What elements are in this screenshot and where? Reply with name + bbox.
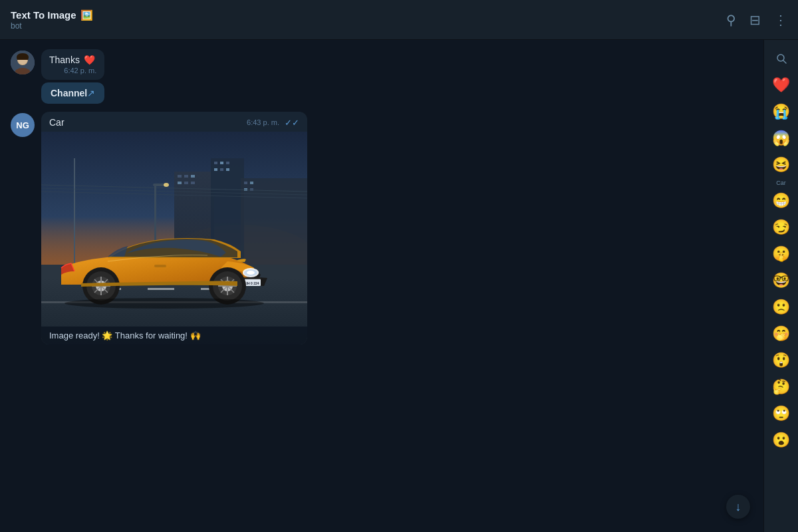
avatar-ng: NG [11, 113, 35, 137]
svg-rect-61 [154, 265, 166, 267]
main-area: Thanks ❤️ 6:42 p. m. Channel ↗ NG [0, 40, 798, 532]
chat-area: Thanks ❤️ 6:42 p. m. Channel ↗ NG [0, 40, 763, 532]
car-text: Car [49, 117, 241, 128]
emoji-cry[interactable]: 😭 [769, 100, 793, 124]
car-image[interactable]: 6.IH 0 224 [41, 132, 307, 344]
svg-rect-22 [250, 182, 253, 184]
car-tick: ✓✓ [285, 118, 299, 128]
svg-rect-15 [214, 162, 217, 164]
channel-label: Channel [51, 88, 87, 98]
car-time: 6:43 p. m. [247, 118, 279, 126]
svg-rect-35 [148, 288, 174, 290]
emoji-shocked[interactable]: 😱 [769, 126, 793, 150]
svg-line-64 [783, 61, 786, 63]
svg-rect-17 [226, 162, 229, 164]
emoji-heart[interactable]: ❤️ [769, 73, 793, 97]
emoji-panel: ❤️ 😭 😱 😆 Car 😁 😏 🤫 🤓 🙁 🤭 😲 🤔 🙄 😮 [763, 40, 798, 532]
svg-rect-9 [178, 175, 182, 178]
svg-rect-14 [191, 182, 195, 184]
thanks-text: Thanks ❤️ [49, 55, 96, 65]
emoji-eye-roll[interactable]: 🙄 [769, 402, 793, 426]
svg-rect-11 [191, 175, 195, 178]
svg-point-31 [164, 183, 169, 187]
image-caption: Image ready! 🌟 Thanks for waiting! 🙌 [41, 327, 307, 344]
header-info: Text To Image 🖼️ bot [11, 9, 93, 31]
scroll-down-button[interactable]: ↓ [726, 495, 750, 519]
chat-header: Text To Image 🖼️ bot ⚲ ⊟ ⋮ [0, 0, 798, 40]
forward-arrow-icon: ↗ [87, 88, 95, 98]
svg-rect-18 [214, 168, 217, 171]
svg-rect-10 [184, 175, 188, 178]
emoji-laugh[interactable]: 😆 [769, 153, 793, 177]
emoji-search-icon[interactable] [769, 47, 793, 70]
message-car: NG Car 6:43 p. m. ✓✓ [0, 106, 763, 350]
svg-point-40 [247, 271, 255, 275]
emoji-smirk[interactable]: 😏 [769, 215, 793, 239]
svg-rect-16 [220, 162, 223, 164]
svg-rect-23 [244, 188, 247, 191]
emoji-surprised[interactable]: 😮 [769, 428, 793, 452]
chat-title-emoji: 🖼️ [80, 9, 93, 21]
svg-rect-13 [184, 182, 188, 184]
svg-rect-24 [250, 188, 253, 191]
emoji-grin[interactable]: 😁 [769, 189, 793, 213]
car-bubble: Car 6:43 p. m. ✓✓ [41, 112, 307, 344]
svg-rect-21 [244, 182, 247, 184]
avatar-other [11, 51, 35, 74]
emoji-nerd[interactable]: 🤓 [769, 269, 793, 293]
emoji-hand-over-mouth[interactable]: 🤭 [769, 322, 793, 346]
chat-title: Text To Image 🖼️ [11, 9, 93, 21]
chat-subtitle: bot [11, 21, 93, 31]
more-icon[interactable]: ⋮ [774, 12, 787, 28]
svg-rect-19 [220, 168, 223, 171]
thanks-bubble-content: Thanks ❤️ 6:42 p. m. [41, 49, 104, 80]
heart-emoji: ❤️ [84, 55, 95, 65]
emoji-sad[interactable]: 🙁 [769, 295, 793, 319]
emoji-astonished[interactable]: 😲 [769, 348, 793, 372]
message-thanks: Thanks ❤️ 6:42 p. m. Channel ↗ [0, 47, 763, 106]
layout-icon[interactable]: ⊟ [749, 12, 761, 28]
search-icon[interactable]: ⚲ [726, 12, 736, 28]
svg-rect-12 [178, 182, 182, 184]
messages-list: Thanks ❤️ 6:42 p. m. Channel ↗ NG [0, 40, 763, 532]
chat-title-text: Text To Image [11, 9, 76, 21]
svg-point-62 [65, 298, 264, 309]
svg-rect-20 [226, 168, 229, 171]
car-bubble-header: Car 6:43 p. m. ✓✓ [41, 112, 307, 132]
emoji-shush[interactable]: 🤫 [769, 242, 793, 266]
emoji-car-label: Car [776, 180, 786, 186]
thanks-bubble: Thanks ❤️ 6:42 p. m. Channel ↗ [41, 49, 104, 104]
emoji-thinking[interactable]: 🤔 [769, 375, 793, 399]
header-actions: ⚲ ⊟ ⋮ [726, 12, 787, 28]
svg-text:6.IH 0 224: 6.IH 0 224 [243, 281, 259, 285]
channel-forward[interactable]: Channel ↗ [41, 82, 104, 104]
thanks-time: 6:42 p. m. [49, 66, 96, 74]
